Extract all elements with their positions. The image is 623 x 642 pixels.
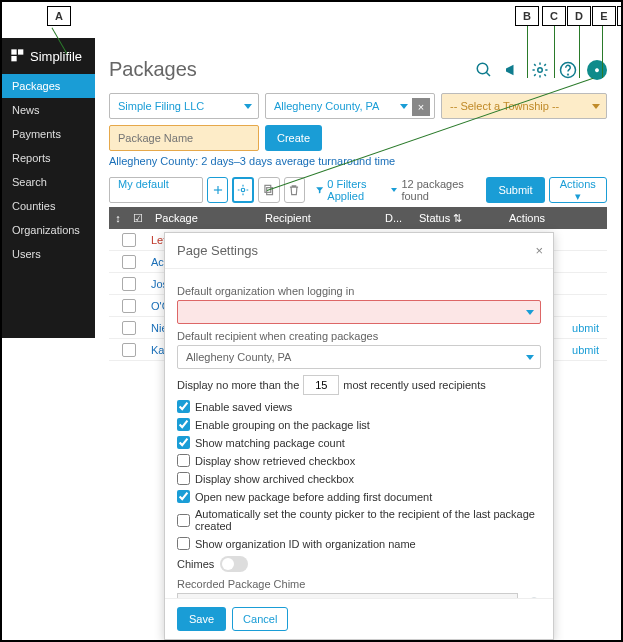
row-submit-link[interactable]: ubmit	[572, 344, 607, 356]
display-max-row: Display no more than the most recently u…	[177, 375, 541, 395]
township-select[interactable]: -- Select a Township --	[441, 93, 607, 119]
brand-logo: Simplifile	[2, 38, 95, 74]
modal-footer: Save Cancel	[165, 598, 553, 639]
chimes-toggle[interactable]: Chimes	[177, 556, 541, 572]
settings-checkbox[interactable]: Open new package before adding first doc…	[177, 490, 541, 503]
checkbox-input[interactable]	[177, 514, 190, 527]
callout-D: D	[567, 6, 591, 26]
filters-applied[interactable]: 0 Filters Applied	[315, 178, 397, 202]
checkbox-input[interactable]	[177, 436, 190, 449]
settings-checkbox[interactable]: Display show retrieved checkbox	[177, 454, 541, 467]
package-name-row: Create	[109, 125, 607, 151]
row-submit-link[interactable]: ubmit	[572, 322, 607, 334]
settings-checkbox[interactable]: Enable saved views	[177, 400, 541, 413]
callout-E: E	[592, 6, 616, 26]
submit-button[interactable]: Submit	[486, 177, 544, 203]
checkbox-label: Show matching package count	[195, 437, 345, 449]
settings-checkbox[interactable]: Automatically set the county picker to t…	[177, 508, 541, 532]
chevron-down-icon	[244, 104, 252, 109]
svg-rect-1	[18, 49, 23, 54]
default-recipient-select[interactable]: Allegheny County, PA	[177, 345, 541, 369]
sidebar-item-news[interactable]: News	[2, 98, 95, 122]
announce-icon[interactable]	[503, 61, 521, 79]
select-all-checkbox[interactable]: ☑	[127, 212, 149, 225]
callout-C: C	[542, 6, 566, 26]
sidebar-item-organizations[interactable]: Organizations	[2, 218, 95, 242]
sort-column-icon[interactable]: ↕	[109, 212, 127, 224]
settings-checkbox[interactable]: Display show archived checkbox	[177, 472, 541, 485]
header-d[interactable]: D...	[379, 212, 413, 224]
svg-rect-0	[11, 49, 16, 54]
chevron-down-icon	[592, 104, 600, 109]
max-recipients-input[interactable]	[303, 375, 339, 395]
sidebar-item-users[interactable]: Users	[2, 242, 95, 266]
checkbox-input[interactable]	[177, 490, 190, 503]
row-checkbox[interactable]	[122, 299, 136, 313]
svg-point-10	[242, 188, 246, 192]
add-button[interactable]	[207, 177, 228, 203]
filter-selects: Simple Filing LLC Allegheny County, PA× …	[109, 93, 607, 119]
settings-gear-icon[interactable]	[531, 61, 549, 79]
county-select[interactable]: Allegheny County, PA×	[265, 93, 435, 119]
sidebar-item-search[interactable]: Search	[2, 170, 95, 194]
organization-select[interactable]: Simple Filing LLC	[109, 93, 259, 119]
brand-logo-icon	[10, 48, 26, 64]
page-title: Packages	[109, 58, 197, 81]
chevron-down-icon	[400, 104, 408, 109]
default-org-select[interactable]	[177, 300, 541, 324]
clear-county-icon[interactable]: ×	[412, 98, 430, 116]
create-button[interactable]: Create	[265, 125, 322, 151]
chevron-down-icon	[526, 355, 534, 360]
svg-line-4	[486, 72, 490, 76]
checkbox-label: Open new package before adding first doc…	[195, 491, 432, 503]
checkbox-label: Enable saved views	[195, 401, 292, 413]
package-name-input[interactable]	[109, 125, 259, 151]
sidebar-item-packages[interactable]: Packages	[2, 74, 95, 98]
checkbox-input[interactable]	[177, 537, 190, 550]
table-header: ↕ ☑ Package Recipient D... Status ⇅ Acti…	[109, 207, 607, 229]
svg-point-7	[568, 74, 569, 75]
callout-A: A	[47, 6, 71, 26]
checkbox-input[interactable]	[177, 472, 190, 485]
default-org-label: Default organization when logging in	[177, 285, 541, 297]
packages-found: 12 packages found	[401, 178, 476, 202]
settings-checkbox[interactable]: Enable grouping on the package list	[177, 418, 541, 431]
user-avatar[interactable]: ●	[587, 60, 607, 80]
search-icon[interactable]	[475, 61, 493, 79]
recorded-chime-select[interactable]: Default	[177, 593, 518, 598]
sidebar-item-payments[interactable]: Payments	[2, 122, 95, 146]
modal-body: Default organization when logging in Def…	[165, 269, 553, 598]
checkbox-label: Display show archived checkbox	[195, 473, 354, 485]
checkbox-label: Show organization ID with organization n…	[195, 538, 416, 550]
row-checkbox[interactable]	[122, 233, 136, 247]
modal-title: Page Settings ×	[165, 233, 553, 269]
page-settings-modal: Page Settings × Default organization whe…	[164, 232, 554, 640]
close-icon[interactable]: ×	[535, 243, 543, 258]
sidebar-item-counties[interactable]: Counties	[2, 194, 95, 218]
chevron-down-icon	[526, 310, 534, 315]
checkbox-label: Enable grouping on the package list	[195, 419, 370, 431]
header-status[interactable]: Status ⇅	[413, 212, 503, 225]
page-settings-button[interactable]	[232, 177, 254, 203]
sidebar-item-reports[interactable]: Reports	[2, 146, 95, 170]
help-icon[interactable]	[559, 61, 577, 79]
toggle-switch[interactable]	[220, 556, 248, 572]
header-recipient[interactable]: Recipient	[259, 212, 379, 224]
row-checkbox[interactable]	[122, 255, 136, 269]
checkbox-input[interactable]	[177, 418, 190, 431]
checkbox-input[interactable]	[177, 400, 190, 413]
actions-dropdown[interactable]: Actions ▾	[549, 177, 607, 203]
save-button[interactable]: Save	[177, 607, 226, 631]
checkbox-label: Automatically set the county picker to t…	[195, 508, 541, 532]
settings-checkbox[interactable]: Show matching package count	[177, 436, 541, 449]
settings-checkbox[interactable]: Show organization ID with organization n…	[177, 537, 541, 550]
view-select[interactable]: My default	[109, 177, 203, 203]
row-checkbox[interactable]	[122, 321, 136, 335]
row-checkbox[interactable]	[122, 343, 136, 357]
header-package[interactable]: Package	[149, 212, 259, 224]
turnaround-text: Allegheny County: 2 days–3 days average …	[109, 155, 607, 167]
default-recipient-label: Default recipient when creating packages	[177, 330, 541, 342]
row-checkbox[interactable]	[122, 277, 136, 291]
cancel-button[interactable]: Cancel	[232, 607, 288, 631]
checkbox-input[interactable]	[177, 454, 190, 467]
